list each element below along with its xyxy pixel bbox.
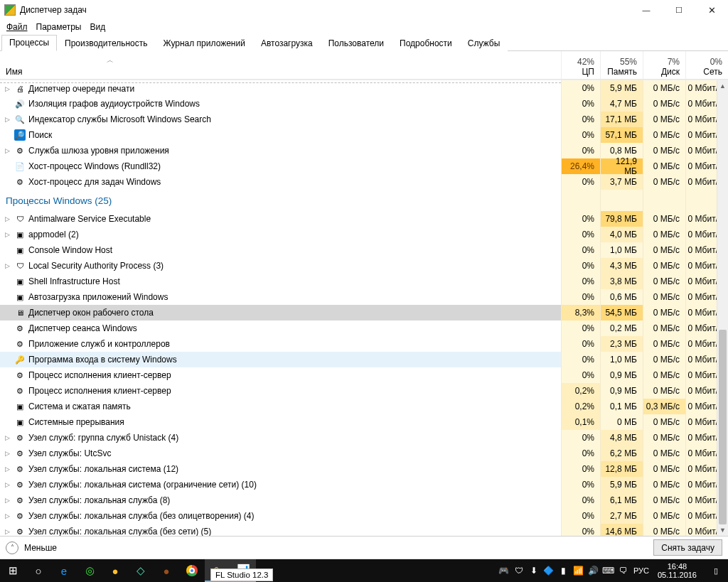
table-row[interactable]: ▷🛡Antimalware Service Executable0%79,8 М… — [0, 211, 728, 227]
taskbar-tooltip: FL Studio 12.3 — [210, 568, 273, 581]
col-memory[interactable]: 55%Память — [600, 51, 643, 79]
table-row[interactable]: ⚙Хост-процесс для задач Windows0%3,7 МБ0… — [0, 174, 728, 190]
taskbar-app[interactable]: e — [51, 559, 77, 582]
tray-icon[interactable]: ▮ — [558, 565, 569, 576]
cell: 2,7 МБ — [600, 508, 643, 524]
expand-icon[interactable]: ▷ — [3, 528, 11, 535]
table-row[interactable]: ⚙Приложение служб и контроллеров0%2,3 МБ… — [0, 336, 728, 352]
table-row[interactable]: ▣Системные прерывания0,1%0 МБ0 МБ/с0 Мби… — [0, 414, 728, 430]
expand-icon[interactable]: ▷ — [3, 215, 11, 222]
expand-icon[interactable]: ▷ — [3, 116, 11, 123]
cell: 0 МБ/с — [643, 143, 685, 158]
tab-0[interactable]: Процессы — [1, 35, 57, 51]
expand-icon[interactable]: ▷ — [3, 231, 11, 238]
cell: 0 МБ/с — [643, 305, 685, 320]
expand-icon[interactable]: ▷ — [3, 434, 11, 441]
table-row[interactable]: ▷⚙Узел службы: локальная служба (8)0%6,1… — [0, 492, 728, 508]
process-icon: ▣ — [14, 276, 26, 287]
table-row[interactable]: ▷⚙Узел службы: локальная система (ограни… — [0, 477, 728, 492]
table-row[interactable]: 🖥Диспетчер окон рабочего стола8,3%54,5 М… — [0, 305, 728, 320]
table-row[interactable]: ▣Система и сжатая память0,2%0,1 МБ0,3 МБ… — [0, 399, 728, 414]
tab-5[interactable]: Подробности — [392, 36, 460, 51]
tab-2[interactable]: Журнал приложений — [156, 36, 253, 51]
expand-icon[interactable]: ▷ — [3, 450, 11, 457]
taskbar-app[interactable] — [179, 559, 205, 582]
col-disk[interactable]: 7%Диск — [643, 51, 685, 79]
fewer-details-label[interactable]: Меньше — [24, 543, 57, 553]
cell: 6,2 МБ — [600, 446, 643, 461]
titlebar[interactable]: Диспетчер задач — ☐ ✕ — [0, 0, 728, 20]
menu-view[interactable]: Вид — [87, 22, 107, 32]
tab-3[interactable]: Автозагрузка — [253, 36, 321, 51]
process-name: Узел службы: локальная система (ограниче… — [28, 480, 257, 490]
maximize-button[interactable]: ☐ — [663, 0, 695, 20]
expand-icon[interactable]: ▷ — [3, 85, 11, 92]
clock[interactable]: 16:4805.11.2016 — [653, 562, 701, 579]
taskbar-app[interactable]: ● — [102, 559, 128, 582]
menu-options[interactable]: Параметры — [34, 22, 84, 32]
tray-icon[interactable]: ⌨ — [603, 565, 614, 576]
action-center-icon[interactable]: ▯ — [705, 559, 727, 582]
tray-icon[interactable]: 📶 — [573, 565, 584, 576]
expand-icon[interactable]: ▷ — [3, 465, 11, 473]
cell: 0 МБ/с — [643, 227, 685, 242]
expand-icon[interactable]: ▷ — [3, 481, 11, 488]
expand-icon[interactable]: ▷ — [3, 147, 11, 154]
taskbar-app[interactable]: ◎ — [77, 559, 102, 582]
tray-icon[interactable]: 🗨 — [618, 565, 629, 576]
col-network[interactable]: 0%Сеть — [685, 51, 728, 79]
expand-icon[interactable]: ▷ — [3, 512, 11, 519]
group-header[interactable]: Процессы Windows (25) — [0, 190, 728, 211]
tab-6[interactable]: Службы — [460, 36, 508, 51]
col-cpu[interactable]: 42%ЦП — [561, 51, 600, 79]
cell: 54,5 МБ — [600, 305, 643, 320]
tray-icon[interactable]: 🛡 — [513, 565, 525, 576]
table-row[interactable]: ⚙Диспетчер сеанса Windows0%0,2 МБ0 МБ/с0… — [0, 320, 728, 336]
minimize-button[interactable]: — — [630, 0, 663, 20]
col-name[interactable]: ︿ Имя — [0, 51, 561, 79]
tab-4[interactable]: Пользователи — [321, 36, 392, 51]
cell: 0,3 МБ/с — [643, 399, 685, 414]
table-row[interactable]: ▣Console Window Host0%1,0 МБ0 МБ/с0 Мбит… — [0, 242, 728, 258]
scroll-down-icon[interactable]: ▼ — [717, 524, 728, 536]
table-row[interactable]: ▷🛡Local Security Authority Process (3)0%… — [0, 258, 728, 274]
table-row[interactable]: ⚙Процесс исполнения клиент-сервер0,2%0,9… — [0, 383, 728, 399]
sort-chevron-icon: ︿ — [107, 55, 114, 65]
tray-icon[interactable]: 🔊 — [588, 565, 599, 576]
scroll-up-icon[interactable]: ▲ — [717, 80, 728, 92]
table-row[interactable]: ▣Автозагрузка приложений Windows0%0,6 МБ… — [0, 289, 728, 305]
scroll-thumb[interactable] — [719, 330, 727, 524]
taskbar-app[interactable]: ● — [154, 559, 179, 582]
process-name: Диспетчер окон рабочего стола — [28, 308, 154, 318]
tray-icon[interactable]: 🎮 — [498, 565, 510, 576]
table-row[interactable]: ▣Shell Infrastructure Host0%3,8 МБ0 МБ/с… — [0, 274, 728, 289]
table-row[interactable]: ▷⚙Узел службы: локальная система (12)0%1… — [0, 461, 728, 477]
table-row[interactable]: ▷⚙Узел службы: UtcSvc0%6,2 МБ0 МБ/с0 Мби… — [0, 446, 728, 461]
tray-icon[interactable]: 🔷 — [543, 565, 555, 576]
table-row[interactable]: ▷⚙Узел служб: группа служб Unistack (4)0… — [0, 430, 728, 446]
table-row[interactable]: 🔊Изоляция графов аудиоустройств Windows0… — [0, 96, 728, 112]
input-language[interactable]: РУС — [633, 566, 649, 575]
table-row[interactable]: 🔑Программа входа в систему Windows0%1,0 … — [0, 352, 728, 367]
tab-1[interactable]: Производительность — [57, 36, 155, 51]
table-row[interactable]: ▷▣appmodel (2)0%4,0 МБ0 МБ/с0 Мбит/с — [0, 227, 728, 242]
scrollbar[interactable]: ▲ ▼ — [717, 80, 728, 536]
taskbar-app[interactable]: ⊞ — [0, 559, 26, 582]
expand-icon[interactable]: ▷ — [3, 262, 11, 269]
table-row[interactable]: ▷⚙Узел службы: локальная служба (без оли… — [0, 508, 728, 524]
taskbar-app[interactable]: ○ — [26, 559, 51, 582]
end-task-button[interactable]: Снять задачу — [653, 539, 722, 556]
menu-file[interactable]: Файл — [4, 22, 30, 32]
fewer-details-icon[interactable]: ˄ — [6, 541, 18, 554]
table-row[interactable]: 🔎Поиск0%57,1 МБ0 МБ/с0 Мбит/с — [0, 127, 728, 143]
taskbar-app[interactable]: ◇ — [128, 559, 154, 582]
process-icon: 🔍 — [14, 114, 26, 125]
expand-icon[interactable]: ▷ — [3, 497, 11, 504]
tray-icon[interactable]: ⬇ — [528, 565, 540, 576]
table-row[interactable]: ⚙Процесс исполнения клиент-сервер0%0,9 М… — [0, 367, 728, 383]
table-row[interactable]: ▷🔍Индексатор службы Microsoft Windows Se… — [0, 112, 728, 127]
close-button[interactable]: ✕ — [695, 0, 728, 20]
table-row[interactable]: 📄Хост-процесс Windows (Rundll32)26,4%121… — [0, 158, 728, 174]
table-row[interactable]: ▷⚙Узел службы: локальная служба (без сет… — [0, 524, 728, 536]
table-row[interactable]: ▷🖨Диспетчер очереди печати0%5,9 МБ0 МБ/с… — [0, 80, 728, 96]
